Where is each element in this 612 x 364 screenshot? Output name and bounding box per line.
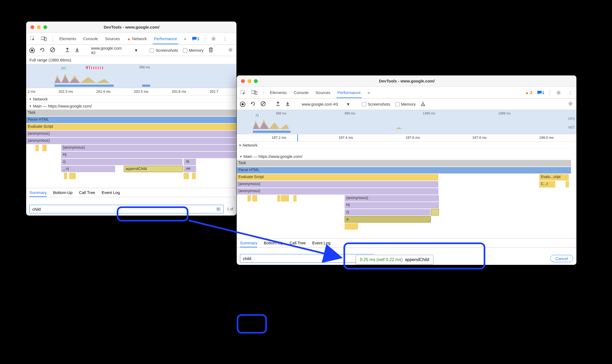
flame-bar-small[interactable] — [42, 145, 47, 151]
flame-bar-eval[interactable]: Evaluate Script — [237, 174, 438, 181]
flame-bar-small[interactable] — [252, 195, 257, 202]
messages-badge[interactable]: 1 — [537, 90, 544, 95]
flame-bar-task[interactable]: Task — [237, 160, 571, 167]
gear-icon[interactable] — [568, 101, 573, 107]
svg-line-12 — [262, 102, 265, 105]
more-tabs-icon[interactable]: » — [183, 36, 187, 41]
flame-bar-ct[interactable]: C...t — [539, 181, 555, 188]
flame-bar-small[interactable] — [64, 173, 67, 179]
screenshots-checkbox[interactable]: Screenshots — [362, 102, 390, 106]
svg-line-5 — [51, 48, 54, 51]
tab-summary[interactable]: Summary — [29, 190, 47, 197]
upload-icon[interactable] — [276, 101, 280, 107]
network-section-header[interactable]: ▼Network — [26, 96, 236, 103]
trash-icon[interactable] — [208, 47, 213, 53]
more-tabs-icon[interactable]: » — [366, 90, 371, 95]
memory-checkbox[interactable]: Memory — [183, 48, 204, 53]
settings-icon[interactable] — [210, 36, 217, 42]
gear-icon[interactable] — [228, 47, 233, 53]
messages-badge[interactable]: 1 — [192, 36, 199, 41]
flame-bar-hj[interactable]: Hj — [345, 202, 439, 209]
overview-strip[interactable]: 499 ms 999 ms 1499 ms 1999 ms CPU NET — [237, 110, 576, 134]
download-icon[interactable] — [285, 101, 290, 107]
window-title: DevTools - www.google.com/ — [242, 79, 572, 83]
tab-bottomup[interactable]: Bottom-Up — [53, 190, 73, 195]
settings-icon[interactable] — [555, 89, 562, 96]
broom-icon[interactable] — [421, 101, 425, 107]
screenshots-checkbox[interactable]: Screenshots — [150, 48, 178, 53]
tab-console[interactable]: Console — [293, 90, 310, 95]
tab-elements[interactable]: Elements — [269, 90, 288, 95]
memory-checkbox[interactable]: Memory — [395, 102, 416, 106]
inspect-element-icon[interactable] — [29, 36, 36, 42]
time-ruler[interactable]: 2 ms 202.3 ms 202.4 ms 202.5 ms 202.6 ms… — [26, 88, 236, 96]
download-icon[interactable] — [75, 47, 80, 53]
flame-bar-anon[interactable]: (anonymous) — [237, 188, 438, 195]
svg-point-10 — [558, 92, 559, 93]
flame-bar-eval2[interactable]: Evalu...cript — [539, 174, 569, 181]
flame-bar-small[interactable] — [566, 181, 569, 188]
clear-icon[interactable] — [50, 47, 55, 53]
flame-bar-small[interactable] — [277, 195, 280, 202]
main-section-header[interactable]: ▼Main — https://www.google.com/ — [237, 153, 576, 160]
time-ruler[interactable]: 197.2 ms 197.4 ms 197.6 ms 197.8 ms 198.… — [237, 134, 576, 142]
record-button[interactable] — [29, 48, 35, 53]
flame-bar-appendchild[interactable]: appendChild — [124, 166, 183, 172]
warnings-badge[interactable]: ▲ 2 — [525, 90, 532, 95]
flame-bar-anon[interactable]: (anonymous) — [26, 131, 236, 137]
flame-bar-anon[interactable]: (anonymous) — [26, 138, 236, 144]
tab-console[interactable]: Console — [82, 36, 99, 41]
flame-bar-small[interactable] — [247, 195, 251, 202]
overview-strip[interactable]: 499 ms 999 ms — [26, 64, 236, 88]
recording-select[interactable]: www.google.com #2 ▼ — [89, 45, 140, 56]
menu-icon[interactable]: ⋮ — [567, 89, 573, 96]
recording-select[interactable]: www.google.com #3 ▼ — [300, 101, 352, 107]
tab-calltree[interactable]: Call Tree — [79, 190, 95, 195]
tab-network[interactable]: ▲ Network — [126, 36, 148, 41]
flame-bar-small[interactable] — [281, 195, 289, 202]
flame-bar-anon[interactable]: (anonymous) — [61, 145, 236, 151]
flame-bar-anon[interactable]: (anonymous) — [345, 195, 439, 202]
flame-bar-small[interactable] — [192, 173, 196, 179]
flame-bar-match2[interactable] — [431, 209, 439, 216]
tab-sources[interactable]: Sources — [315, 90, 332, 95]
device-toolbar-icon[interactable] — [251, 89, 258, 96]
flame-bar-anon[interactable]: (anonymous) — [237, 181, 438, 188]
flame-bar-ee[interactable]: .ee — [184, 166, 196, 172]
flame-bar-small[interactable] — [293, 195, 297, 202]
flame-bar-parse[interactable]: Parse HTML — [26, 117, 236, 123]
overview-timestamp: 999 ms — [139, 65, 150, 69]
inspect-element-icon[interactable] — [240, 89, 246, 96]
reload-icon[interactable] — [250, 101, 256, 107]
main-section-header[interactable]: ▼Main — https://www.google.com/ — [26, 103, 236, 110]
tab-elements[interactable]: Elements — [58, 36, 77, 41]
network-section-header[interactable]: ▶Network — [237, 142, 576, 149]
cancel-search-button[interactable]: Cancel — [550, 255, 573, 262]
flame-bar-vj[interactable]: _.vj — [61, 166, 115, 172]
flame-bar-small[interactable] — [69, 173, 76, 179]
tab-performance[interactable]: Performance — [336, 90, 362, 98]
flame-bar-zj[interactable]: zj — [61, 159, 183, 165]
tab-sources[interactable]: Sources — [104, 36, 121, 41]
flame-bar-eval[interactable]: Evaluate Script — [26, 124, 236, 130]
menu-icon[interactable]: ⋮ — [222, 36, 228, 42]
record-button[interactable] — [240, 102, 245, 107]
flame-bar-appendchild[interactable]: a — [345, 216, 431, 223]
tab-performance[interactable]: Performance — [153, 36, 178, 44]
flame-bar-task[interactable]: Task — [26, 110, 236, 116]
flame-chart[interactable]: Task Parse HTML Evaluate Script (anonymo… — [26, 110, 236, 180]
upload-icon[interactable] — [65, 47, 70, 53]
clear-icon[interactable] — [260, 101, 266, 107]
flame-bar-parse[interactable]: Parse HTML — [237, 167, 571, 174]
device-toolbar-icon[interactable] — [41, 36, 47, 42]
reload-icon[interactable] — [40, 47, 45, 53]
flame-bar-hj[interactable]: Hj — [61, 152, 236, 158]
tab-eventlog[interactable]: Event Log — [102, 190, 120, 195]
flame-bar-small[interactable] — [184, 173, 189, 179]
flame-bar-small[interactable] — [36, 145, 39, 151]
flame-bar-zj[interactable]: zj — [345, 209, 430, 216]
flame-bar-fe[interactable]: .fe — [184, 159, 196, 165]
svg-point-3 — [213, 38, 214, 40]
flame-tooltip: 0.25 ms (self 0.22 ms) appendChild — [356, 255, 433, 265]
overview-timestamp: 1999 ms — [498, 112, 511, 115]
